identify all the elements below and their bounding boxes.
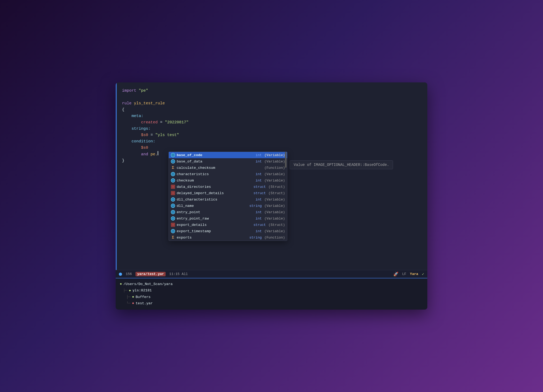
module-pe: pe. xyxy=(151,151,158,158)
ac-kind-3: (Variable) xyxy=(264,172,285,176)
var-icon-12: ⊙ xyxy=(171,229,175,233)
tree-item-icon-1: ◆ xyxy=(132,294,134,300)
ac-type-12: int xyxy=(256,229,262,233)
autocomplete-item-6[interactable]: ❒ delayed_import_details struct (Struct) xyxy=(169,190,287,196)
ac-type-11: struct xyxy=(254,223,266,227)
autocomplete-item-0[interactable]: ⊙ base_of_code int (Variable) xyxy=(169,152,287,158)
ac-kind-0: (Variable) xyxy=(264,153,285,157)
ac-name-7: dll_characteristics xyxy=(177,198,254,202)
code-line-2 xyxy=(122,94,427,100)
var-icon-0: ⊙ xyxy=(171,153,175,157)
var-icon-7: ⊙ xyxy=(171,197,175,202)
status-position: 11:15 All xyxy=(169,272,188,276)
rocket-icon: 🚀 xyxy=(393,272,399,277)
var-icon-3: ⊙ xyxy=(171,172,175,176)
file-tree-panel: ◆ /Users/Do_Not_Scan/yara ├─ ◆ yls:82181… xyxy=(116,278,427,310)
var-icon-4: ⊙ xyxy=(171,178,175,183)
ac-name-12: export_timestamp xyxy=(177,229,254,233)
code-line-8: $s0 = "yls test" xyxy=(122,132,427,138)
tree-root-icon: ◆ xyxy=(120,281,122,287)
status-filename[interactable]: yara/test.yar xyxy=(135,272,165,276)
text-cursor xyxy=(158,151,158,155)
ac-type-8: string xyxy=(249,204,262,208)
editor-main: import "pe" rule yls_test_rule { meta: c… xyxy=(116,82,427,310)
ac-kind-8: (Variable) xyxy=(264,204,285,208)
ac-name-10: entry_point_raw xyxy=(177,217,254,221)
editor-window: import "pe" rule yls_test_rule { meta: c… xyxy=(116,82,427,310)
ac-name-1: base_of_data xyxy=(177,160,254,164)
autocomplete-dropdown[interactable]: ⊙ base_of_code int (Variable) ⊙ base_of_… xyxy=(168,152,287,241)
code-line-5: meta: xyxy=(122,113,427,119)
tree-item-1[interactable]: ├─ ◆ Buffers xyxy=(120,294,423,300)
code-line-6: created = "20220817" xyxy=(122,119,427,126)
ac-name-8: dll_name xyxy=(177,204,248,208)
ac-name-2: calculate_checksum xyxy=(177,166,260,170)
keyword-import: import xyxy=(122,88,136,94)
tree-item-2[interactable]: └─ ◆ test.yar xyxy=(120,300,423,307)
autocomplete-item-13[interactable]: Σ exports string (Function) xyxy=(169,234,287,241)
ac-type-1: int xyxy=(256,160,262,164)
autocomplete-item-12[interactable]: ⊙ export_timestamp int (Variable) xyxy=(169,228,287,234)
ac-name-9: entry_point xyxy=(177,210,254,214)
ac-kind-2: (Function) xyxy=(264,166,285,170)
ac-type-13: string xyxy=(249,236,262,240)
struct-icon-5: ❒ xyxy=(171,185,175,189)
ac-kind-13: (Function) xyxy=(264,236,285,240)
keyword-strings: strings: xyxy=(132,126,151,132)
autocomplete-item-7[interactable]: ⊙ dll_characteristics int (Variable) xyxy=(169,196,287,203)
keyword-and: and xyxy=(141,151,148,158)
code-line-3: rule yls_test_rule xyxy=(122,100,427,107)
tree-branch-0: ├─ xyxy=(123,287,127,294)
autocomplete-tooltip: Value of IMAGE_OPTIONAL_HEADER::BaseOfCo… xyxy=(290,160,393,169)
tree-item-label-1: Buffers xyxy=(135,294,151,300)
ac-kind-9: (Variable) xyxy=(264,210,285,214)
editor-content-row: import "pe" rule yls_test_rule { meta: c… xyxy=(116,82,427,270)
struct-icon-6: ❒ xyxy=(171,191,175,195)
ac-kind-5: (Struct) xyxy=(269,185,285,189)
var-s0: $s0 xyxy=(141,132,148,138)
ac-type-10: int xyxy=(256,217,262,221)
tree-item-icon-2: ◆ xyxy=(132,301,134,306)
autocomplete-item-3[interactable]: ⊙ characteristics int (Variable) xyxy=(169,171,287,177)
string-pe: "pe" xyxy=(139,88,148,94)
ac-type-4: int xyxy=(256,179,262,183)
rule-name: yls_test_rule xyxy=(134,100,165,107)
ac-kind-10: (Variable) xyxy=(264,217,285,221)
ac-type-6: struct xyxy=(254,191,266,195)
code-line-4: { xyxy=(122,107,427,113)
status-lf: LF xyxy=(402,272,406,276)
status-language[interactable]: Yara xyxy=(410,272,418,276)
autocomplete-item-8[interactable]: ⊙ dll_name string (Variable) xyxy=(169,203,287,209)
autocomplete-item-1[interactable]: ⊙ base_of_data int (Variable) xyxy=(169,158,287,165)
code-line-1: import "pe" xyxy=(122,88,427,94)
status-line-col: 156 xyxy=(126,272,132,276)
tree-item-0[interactable]: ├─ ◆ yls:82181 xyxy=(120,287,423,294)
autocomplete-item-5[interactable]: ❒ data_directories struct (Struct) xyxy=(169,184,287,190)
autocomplete-item-2[interactable]: Σ calculate_checksum (Function) xyxy=(169,165,287,171)
meta-created-key: created xyxy=(141,119,158,126)
tree-branch-2: └─ xyxy=(126,300,130,307)
var-icon-1: ⊙ xyxy=(171,159,175,164)
tree-branch-1: ├─ xyxy=(126,294,130,300)
ac-name-13: exports xyxy=(177,236,248,240)
autocomplete-item-10[interactable]: ⊙ entry_point_raw int (Variable) xyxy=(169,215,287,222)
autocomplete-item-4[interactable]: ⊙ checksum int (Variable) xyxy=(169,177,287,184)
condition-s0: $s0 xyxy=(141,145,148,151)
status-dot xyxy=(119,273,122,276)
ac-type-5: struct xyxy=(254,185,266,189)
autocomplete-item-9[interactable]: ⊙ entry_point int (Variable) xyxy=(169,209,287,215)
tree-item-label-2: test.yar xyxy=(135,300,153,307)
code-line-9: condition: xyxy=(122,138,427,145)
ac-type-0: int xyxy=(256,153,262,157)
ac-kind-7: (Variable) xyxy=(264,198,285,202)
tree-root-label: /Users/Do_Not_Scan/yara xyxy=(123,281,172,287)
tree-item-icon-0: ◆ xyxy=(129,288,131,294)
autocomplete-scrollbar[interactable] xyxy=(285,152,287,168)
code-area[interactable]: import "pe" rule yls_test_rule { meta: c… xyxy=(117,82,427,270)
tree-root[interactable]: ◆ /Users/Do_Not_Scan/yara xyxy=(120,281,423,287)
ac-kind-12: (Variable) xyxy=(264,229,285,233)
autocomplete-item-11[interactable]: ❒ export_details struct (Struct) xyxy=(169,222,287,228)
ac-kind-11: (Struct) xyxy=(269,223,285,227)
var-icon-10: ⊙ xyxy=(171,216,175,221)
ac-name-6: delayed_import_details xyxy=(177,191,252,195)
